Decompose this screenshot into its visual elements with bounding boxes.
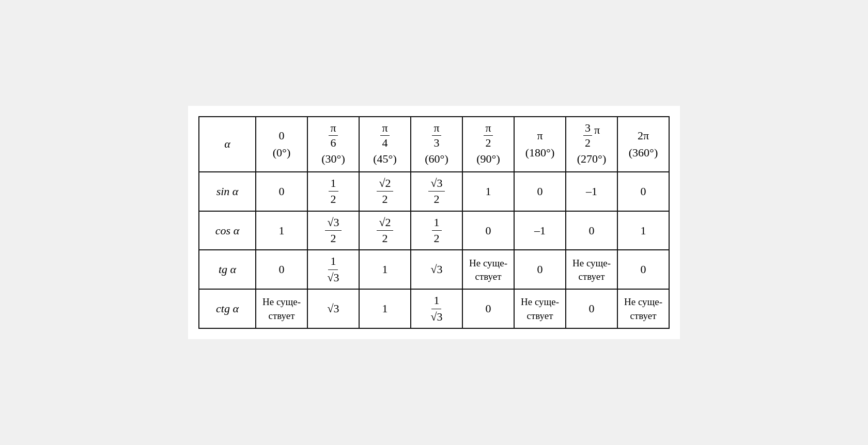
ctg-0-ne: Не суще-ствует [262,296,301,321]
tg-pi6-frac: 1 √3 [325,255,341,284]
col0-top: 0 [279,127,285,144]
cos-2pi: 1 [617,211,669,250]
tg-0: 0 [256,250,307,289]
sin-pi6: 1 2 [307,172,359,211]
col2-frac: π 4 [380,121,389,150]
ctg-label: ctg α [199,289,256,328]
cos-label: cos α [199,211,256,250]
sin-3pi2: –1 [566,172,617,211]
col2-frac-num: π [380,121,389,136]
sin-label-text: sin α [216,185,239,198]
col1-deg: (30°) [321,150,345,167]
col6-deg: (270°) [577,150,606,167]
alpha-header: α [199,117,256,172]
ctg-pi3: 1 √3 [411,289,462,328]
cos-pi3-frac: 1 2 [432,216,442,246]
sin-label: sin α [199,172,256,211]
col3-header: π 3 (60°) [411,117,462,172]
col4-deg: (90°) [476,150,500,167]
sin-pi3-frac: √3 2 [428,177,444,206]
ctg-pi3-num: 1 [431,294,441,309]
tg-label: tg α [199,250,256,289]
tg-pi2: Не суще-ствует [462,250,514,289]
ctg-row: ctg α Не суще-ствует √3 1 1 √3 0 Не суще… [199,289,669,328]
col6-frac-pi: 3 2 π [583,121,600,150]
cos-pi: –1 [514,211,566,250]
tg-pi4: 1 [359,250,411,289]
sin-pi2: 1 [462,172,514,211]
col7-top: 2π [638,127,649,144]
sin-pi3: √3 2 [411,172,462,211]
sin-pi: 0 [514,172,566,211]
ctg-3pi2: 0 [566,289,617,328]
col3-frac: π 3 [432,121,441,150]
sin-pi4-den: 2 [380,192,390,206]
col6-header: 3 2 π (270°) [566,117,617,172]
col4-frac: π 2 [484,121,492,150]
tg-pi6: 1 √3 [307,250,359,289]
col1-header: π 6 (30°) [307,117,359,172]
sin-pi6-frac: 1 2 [329,177,338,206]
col4-header: π 2 (90°) [462,117,514,172]
ctg-pi-ne: Не суще-ствует [521,296,559,321]
col3-frac-den: 3 [432,136,441,150]
cos-pi4-frac: √2 2 [377,216,393,246]
col3-deg: (60°) [425,150,448,167]
tg-pi6-num: 1 [328,255,338,269]
cos-0: 1 [256,211,307,250]
trig-table: α 0 (0°) π 6 (30°) [198,116,670,329]
tg-pi6-den: √3 [325,270,341,284]
cos-pi6-den: 2 [328,231,338,245]
col6-frac-num: 3 [583,121,592,136]
col2-deg: (45°) [373,150,396,167]
sin-0: 0 [256,172,307,211]
ctg-pi2: 0 [462,289,514,328]
header-row: α 0 (0°) π 6 (30°) [199,117,669,172]
col6-frac: 3 2 [583,121,592,150]
tg-3pi2: Не суще-ствует [566,250,617,289]
cos-3pi2: 0 [566,211,617,250]
col0-header: 0 (0°) [256,117,307,172]
cos-label-text: cos α [215,224,239,237]
col4-frac-den: 2 [484,136,492,150]
tg-2pi: 0 [617,250,669,289]
tg-label-text: tg α [219,263,236,276]
col5-top: π [537,127,542,144]
table-container: α 0 (0°) π 6 (30°) [188,106,680,339]
col3-frac-num: π [432,121,441,136]
col6-frac-den: 2 [583,136,592,150]
cos-pi3: 1 2 [411,211,462,250]
cos-pi3-num: 1 [432,216,442,231]
ctg-pi3-frac: 1 √3 [428,294,444,324]
cos-pi3-den: 2 [432,231,442,245]
alpha-label: α [224,137,230,150]
cos-pi2: 0 [462,211,514,250]
col4-frac-num: π [484,121,492,136]
col1-frac-den: 6 [329,136,337,150]
ctg-label-text: ctg α [216,302,239,315]
sin-pi3-num: √3 [428,177,444,192]
sin-pi3-den: 2 [431,192,441,206]
ctg-2pi: Не суще-ствует [617,289,669,328]
cos-pi6-frac: √3 2 [325,216,341,246]
cos-pi6: √3 2 [307,211,359,250]
cos-pi4-den: 2 [380,231,390,245]
col0-bottom: (0°) [273,144,290,161]
ctg-2pi-ne: Не суще-ствует [624,296,662,321]
col7-bottom: (360°) [629,144,658,161]
tg-3pi2-ne: Не суще-ствует [572,258,611,282]
ctg-pi4: 1 [359,289,411,328]
col7-header: 2π (360°) [617,117,669,172]
sin-pi4-num: √2 [377,177,393,192]
ctg-pi6: √3 [307,289,359,328]
col2-frac-den: 4 [380,136,389,150]
col2-header: π 4 (45°) [359,117,411,172]
tg-row: tg α 0 1 √3 1 √3 Не суще-ствует 0 Не сущ… [199,250,669,289]
cos-pi4-num: √2 [377,216,393,231]
cos-pi6-num: √3 [325,216,341,231]
ctg-pi3-den: √3 [428,309,444,324]
sin-row: sin α 0 1 2 √2 2 √3 2 1 [199,172,669,211]
col5-bottom: (180°) [525,144,554,161]
tg-pi: 0 [514,250,566,289]
cos-pi4: √2 2 [359,211,411,250]
